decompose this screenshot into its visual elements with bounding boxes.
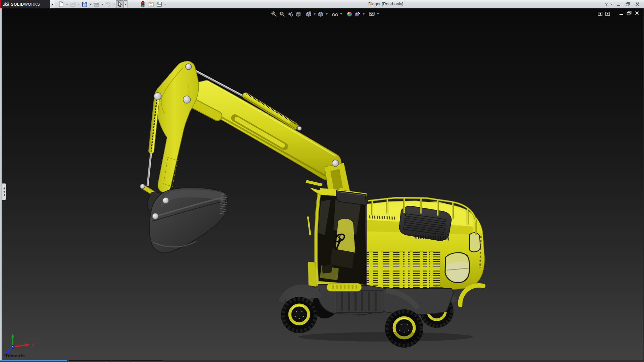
new-document-dropdown[interactable] [65, 0, 69, 8]
feature-manager-expand-tab[interactable] [2, 183, 6, 200]
taskbar-empty [163, 360, 644, 362]
digger-3d-model [0, 8, 644, 360]
document-minimize-button[interactable] [619, 11, 624, 17]
solidworks-logo: 3S SOLIDWORKS [0, 0, 50, 8]
zoom-to-area-button[interactable] [278, 10, 285, 17]
brand-glyph: 3S [3, 1, 9, 7]
select-tool-dropdown[interactable] [124, 0, 127, 8]
window-controls: ? [605, 0, 641, 8]
document-restore-button[interactable] [627, 11, 632, 17]
minimize-button[interactable] [615, 1, 622, 7]
hide-show-items-button[interactable] [331, 10, 338, 17]
graphics-area[interactable]: X Z *Dimetric [0, 8, 644, 360]
view-orientation-label: *Dimetric [4, 353, 25, 358]
apply-scene-button[interactable] [354, 10, 361, 17]
zoom-to-area-icon [279, 11, 285, 17]
x-axis-arrow [25, 343, 30, 347]
undo-arrow-icon [105, 2, 111, 7]
open-dropdown[interactable] [77, 0, 80, 8]
undo-button[interactable] [104, 0, 112, 8]
options-button[interactable] [155, 0, 163, 8]
file-properties-button[interactable] [147, 0, 155, 8]
heads-up-view-toolbar [270, 10, 379, 17]
new-document-button[interactable] [57, 0, 65, 8]
eyeglasses-icon [332, 11, 338, 17]
options-dropdown[interactable] [163, 0, 167, 8]
document-close-button[interactable] [635, 11, 639, 17]
title-bar: 3S SOLIDWORKS [0, 0, 644, 8]
display-style-dropdown[interactable] [325, 10, 328, 17]
select-tool-button[interactable] [116, 0, 124, 8]
x-axis-label: X [31, 343, 35, 348]
feature-manager-splitter[interactable] [0, 8, 2, 360]
section-view-icon [295, 11, 301, 17]
new-document-icon [58, 1, 64, 7]
print-icon [93, 1, 99, 7]
logo-red-bar [0, 0, 1, 8]
rebuild-button[interactable] [139, 0, 147, 8]
print-dropdown[interactable] [100, 0, 104, 8]
traffic-light-icon [141, 1, 145, 7]
body [356, 198, 484, 289]
close-button[interactable] [634, 1, 641, 7]
taskbar-button[interactable] [112, 360, 130, 362]
bucket [150, 188, 227, 253]
window-title: Digger [Read-only] [368, 0, 403, 8]
print-button[interactable] [92, 0, 100, 8]
save-button[interactable] [80, 0, 89, 8]
view-orientation-icon [306, 11, 312, 17]
apply-scene-icon [354, 11, 361, 17]
save-dropdown[interactable] [89, 0, 92, 8]
taskbar-button[interactable] [131, 360, 163, 362]
view-settings-button[interactable] [368, 10, 375, 17]
options-checklist-icon [156, 1, 162, 7]
rear-window-upper [470, 233, 480, 252]
next-document-button[interactable] [605, 12, 610, 16]
save-floppy-icon [82, 1, 88, 7]
help-button[interactable]: ? [605, 2, 608, 7]
previous-view-button[interactable] [286, 10, 293, 17]
apply-scene-dropdown[interactable] [362, 10, 365, 17]
zoom-to-fit-icon [271, 11, 277, 17]
previous-document-button[interactable] [598, 12, 602, 16]
view-settings-dropdown[interactable] [376, 10, 379, 17]
boom [187, 80, 341, 180]
display-style-icon [318, 11, 324, 17]
bucket-cylinder [145, 97, 160, 186]
front-right-wheel [385, 309, 423, 348]
brand-name-bold: SOLID [11, 2, 24, 7]
y-axis-arrow [11, 334, 14, 338]
hide-show-items-dropdown[interactable] [339, 10, 342, 17]
file-properties-icon [148, 1, 154, 7]
menu-flyout-arrow[interactable] [50, 0, 55, 8]
front-left-wheel [281, 297, 317, 333]
section-view-button[interactable] [294, 10, 302, 17]
document-window-controls [598, 11, 639, 17]
view-orientation-dropdown[interactable] [313, 10, 316, 17]
view-settings-icon [369, 11, 375, 17]
open-button[interactable] [69, 0, 77, 8]
appearance-ball-icon [346, 11, 353, 17]
display-style-button[interactable] [317, 10, 324, 17]
previous-view-icon [287, 11, 293, 17]
taskbar-active-button[interactable] [0, 360, 67, 362]
cab [306, 180, 367, 289]
brand-name-light: WORKS [24, 2, 40, 7]
undo-dropdown[interactable] [112, 0, 116, 8]
select-cursor-icon [117, 1, 122, 7]
zoom-to-fit-button[interactable] [270, 10, 277, 17]
undercarriage [281, 283, 483, 348]
taskbar-button[interactable] [68, 360, 111, 362]
restore-button[interactable] [625, 1, 631, 7]
view-orientation-button[interactable] [305, 10, 312, 17]
open-folder-icon [70, 2, 76, 7]
help-dropdown[interactable] [610, 4, 612, 5]
taskbar-sliver [0, 360, 644, 362]
arm [154, 61, 199, 192]
standard-toolbar [57, 0, 167, 8]
edit-appearance-button[interactable] [346, 10, 353, 17]
